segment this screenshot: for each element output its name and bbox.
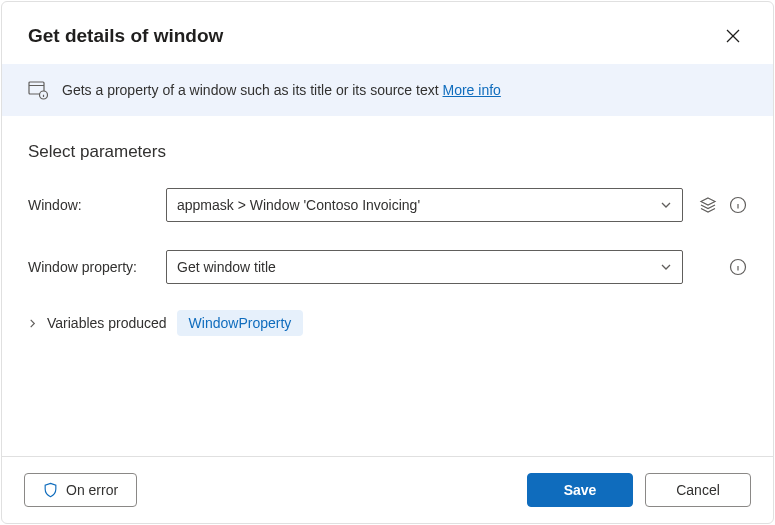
window-info-button[interactable] <box>729 196 747 214</box>
window-field-label: Window: <box>28 197 158 213</box>
chevron-down-icon <box>660 199 672 211</box>
cancel-button[interactable]: Cancel <box>645 473 751 507</box>
banner-text: Gets a property of a window such as its … <box>62 82 443 98</box>
shield-icon <box>43 482 58 498</box>
dialog-title: Get details of window <box>28 25 223 47</box>
info-icon <box>729 196 747 214</box>
info-icon <box>729 258 747 276</box>
window-property-field-actions <box>691 258 747 276</box>
window-info-icon <box>28 80 48 100</box>
close-icon <box>726 29 740 43</box>
window-select[interactable]: appmask > Window 'Contoso Invoicing' <box>166 188 683 222</box>
cancel-label: Cancel <box>676 482 720 498</box>
dialog: Get details of window Gets a property of… <box>1 1 774 524</box>
variables-produced-row[interactable]: Variables produced WindowProperty <box>28 310 747 336</box>
save-label: Save <box>564 482 597 498</box>
window-property-field-label: Window property: <box>28 259 158 275</box>
window-property-field-row: Window property: Get window title <box>28 250 747 284</box>
window-property-select-value: Get window title <box>177 259 276 275</box>
on-error-button[interactable]: On error <box>24 473 137 507</box>
chevron-down-icon <box>660 261 672 273</box>
save-button[interactable]: Save <box>527 473 633 507</box>
footer-right: Save Cancel <box>527 473 751 507</box>
svg-marker-7 <box>701 198 715 205</box>
window-property-select[interactable]: Get window title <box>166 250 683 284</box>
close-button[interactable] <box>719 22 747 50</box>
on-error-label: On error <box>66 482 118 498</box>
dialog-footer: On error Save Cancel <box>2 456 773 523</box>
window-select-value: appmask > Window 'Contoso Invoicing' <box>177 197 420 213</box>
dialog-body: Select parameters Window: appmask > Wind… <box>2 116 773 456</box>
layers-icon <box>699 196 717 214</box>
window-field-actions <box>691 196 747 214</box>
ui-element-picker-button[interactable] <box>699 196 717 214</box>
window-field-row: Window: appmask > Window 'Contoso Invoic… <box>28 188 747 222</box>
more-info-link[interactable]: More info <box>443 82 501 98</box>
section-title: Select parameters <box>28 142 747 162</box>
variables-produced-label: Variables produced <box>47 315 167 331</box>
window-property-info-button[interactable] <box>729 258 747 276</box>
info-banner: Gets a property of a window such as its … <box>2 64 773 116</box>
chevron-right-icon <box>28 319 37 328</box>
dialog-header: Get details of window <box>2 2 773 64</box>
variable-badge[interactable]: WindowProperty <box>177 310 304 336</box>
banner-text-wrap: Gets a property of a window such as its … <box>62 82 501 98</box>
